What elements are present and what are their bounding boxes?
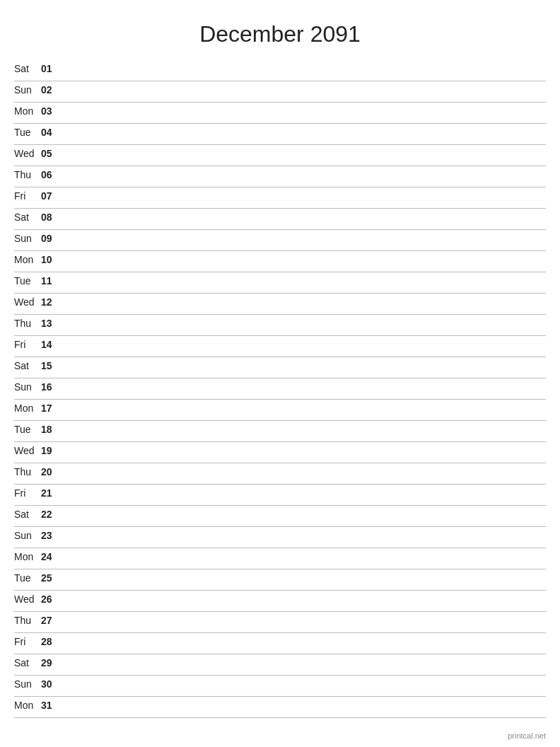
day-entry-line[interactable] xyxy=(62,381,546,395)
day-entry-line[interactable] xyxy=(62,232,546,246)
day-number: 12 xyxy=(41,296,62,308)
day-row: Sun09 xyxy=(14,230,546,251)
day-name: Sat xyxy=(14,508,41,520)
day-row: Fri14 xyxy=(14,336,546,357)
day-entry-line[interactable] xyxy=(62,423,546,437)
day-number: 19 xyxy=(41,444,62,456)
day-entry-line[interactable] xyxy=(62,317,546,331)
day-number: 26 xyxy=(41,593,62,605)
day-entry-line[interactable] xyxy=(62,593,546,607)
day-name: Wed xyxy=(14,147,41,159)
day-entry-line[interactable] xyxy=(62,359,546,374)
day-row: Tue18 xyxy=(14,421,546,442)
day-name: Tue xyxy=(14,126,41,138)
day-row: Tue04 xyxy=(14,124,546,145)
day-number: 30 xyxy=(41,678,62,690)
day-number: 15 xyxy=(41,359,62,371)
day-entry-line[interactable] xyxy=(62,338,546,352)
day-entry-line[interactable] xyxy=(62,105,546,119)
day-number: 01 xyxy=(41,62,62,74)
day-number: 06 xyxy=(41,168,62,180)
day-number: 23 xyxy=(41,529,62,541)
day-number: 24 xyxy=(41,550,62,562)
day-entry-line[interactable] xyxy=(62,678,546,692)
day-entry-line[interactable] xyxy=(62,656,546,671)
day-row: Sun02 xyxy=(14,81,546,103)
day-row: Thu13 xyxy=(14,315,546,336)
day-name: Wed xyxy=(14,296,41,308)
day-entry-line[interactable] xyxy=(62,83,546,98)
day-row: Thu06 xyxy=(14,166,546,187)
day-row: Wed05 xyxy=(14,145,546,166)
day-number: 17 xyxy=(41,402,62,414)
day-number: 05 xyxy=(41,147,62,159)
watermark: printcal.net xyxy=(508,731,546,740)
day-name: Sat xyxy=(14,656,41,668)
day-number: 03 xyxy=(41,105,62,117)
day-entry-line[interactable] xyxy=(62,529,546,543)
day-entry-line[interactable] xyxy=(62,444,546,458)
day-entry-line[interactable] xyxy=(62,550,546,564)
day-row: Mon03 xyxy=(14,103,546,124)
day-entry-line[interactable] xyxy=(62,614,546,628)
day-row: Fri21 xyxy=(14,485,546,506)
day-row: Sat08 xyxy=(14,209,546,230)
day-number: 28 xyxy=(41,635,62,647)
page-container: December 2091 Sat01Sun02Mon03Tue04Wed05T… xyxy=(0,0,560,747)
day-entry-line[interactable] xyxy=(62,699,546,713)
day-entry-line[interactable] xyxy=(62,274,546,289)
day-name: Fri xyxy=(14,190,41,202)
day-name: Sat xyxy=(14,211,41,223)
day-number: 08 xyxy=(41,211,62,223)
day-number: 20 xyxy=(41,465,62,477)
day-row: Mon24 xyxy=(14,548,546,569)
day-entry-line[interactable] xyxy=(62,487,546,501)
day-row: Thu20 xyxy=(14,463,546,485)
day-number: 22 xyxy=(41,508,62,520)
day-row: Wed12 xyxy=(14,294,546,315)
day-number: 18 xyxy=(41,423,62,435)
day-name: Mon xyxy=(14,253,41,265)
day-row: Mon31 xyxy=(14,697,546,718)
day-entry-line[interactable] xyxy=(62,147,546,161)
day-number: 21 xyxy=(41,487,62,499)
day-entry-line[interactable] xyxy=(62,168,546,183)
day-name: Mon xyxy=(14,105,41,117)
day-name: Mon xyxy=(14,402,41,414)
day-number: 07 xyxy=(41,190,62,202)
day-name: Sat xyxy=(14,359,41,371)
day-number: 11 xyxy=(41,274,62,286)
day-row: Wed19 xyxy=(14,442,546,463)
day-entry-line[interactable] xyxy=(62,508,546,522)
day-name: Thu xyxy=(14,465,41,477)
day-row: Thu27 xyxy=(14,612,546,633)
day-entry-line[interactable] xyxy=(62,62,546,76)
day-name: Tue xyxy=(14,423,41,435)
day-entry-line[interactable] xyxy=(62,253,546,267)
day-entry-line[interactable] xyxy=(62,211,546,225)
day-number: 27 xyxy=(41,614,62,626)
day-entry-line[interactable] xyxy=(62,190,546,204)
day-name: Sun xyxy=(14,232,41,244)
day-row: Fri07 xyxy=(14,187,546,209)
day-name: Wed xyxy=(14,444,41,456)
day-row: Sun23 xyxy=(14,527,546,548)
day-row: Mon17 xyxy=(14,400,546,421)
day-name: Fri xyxy=(14,487,41,499)
day-name: Wed xyxy=(14,593,41,605)
day-row: Sat22 xyxy=(14,506,546,527)
day-number: 02 xyxy=(41,83,62,95)
day-entry-line[interactable] xyxy=(62,402,546,416)
day-row: Wed26 xyxy=(14,591,546,612)
day-name: Sat xyxy=(14,62,41,74)
day-number: 31 xyxy=(41,699,62,711)
day-name: Tue xyxy=(14,572,41,584)
day-entry-line[interactable] xyxy=(62,126,546,140)
day-entry-line[interactable] xyxy=(62,572,546,586)
day-name: Mon xyxy=(14,550,41,562)
day-entry-line[interactable] xyxy=(62,635,546,649)
day-entry-line[interactable] xyxy=(62,465,546,480)
day-number: 25 xyxy=(41,572,62,584)
day-number: 10 xyxy=(41,253,62,265)
day-entry-line[interactable] xyxy=(62,296,546,310)
